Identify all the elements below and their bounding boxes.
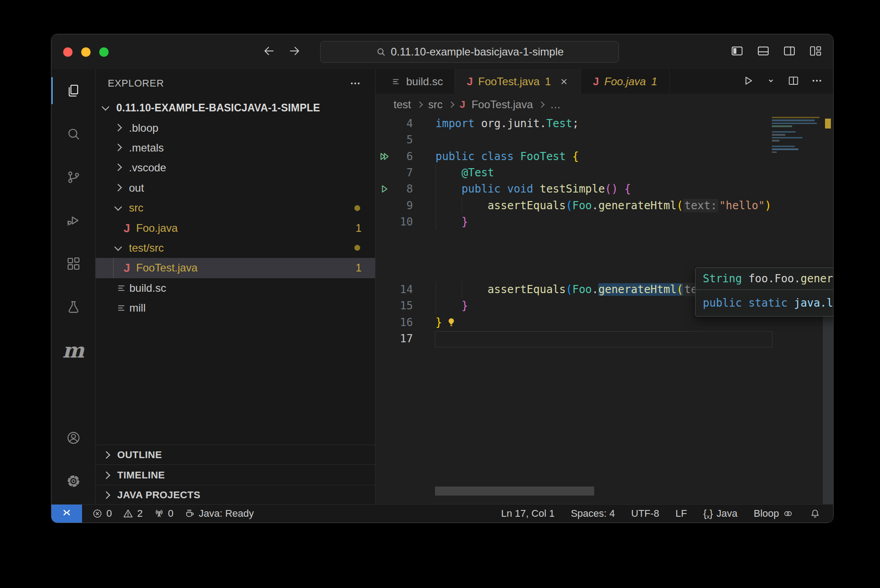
- activity-bar-metals-icon[interactable]: m: [51, 329, 95, 372]
- chevron-down-icon: [115, 203, 122, 211]
- activity-bar-run-and-debug-icon[interactable]: [51, 199, 95, 242]
- code-line-4: 4import org.junit.Test;: [376, 115, 769, 132]
- toggle-secondary-sidebar-icon[interactable]: [783, 44, 796, 60]
- tree-item--bloop[interactable]: .bloop: [96, 118, 375, 138]
- activity-bar-extensions-icon[interactable]: [51, 242, 95, 285]
- tree-item-0-11-10-example-basicjava-1-simple[interactable]: 0.11.10-EXAMPLE-BASICJAVA-1-SIMPLE: [96, 98, 375, 118]
- java-file-icon: J: [593, 75, 599, 88]
- editor-tab-footest-java[interactable]: JFooTest.java1: [455, 69, 581, 94]
- tree-item-label: .vscode: [129, 161, 166, 174]
- tree-item--metals[interactable]: .metals: [96, 138, 375, 158]
- statusbar-item-label: 0: [106, 508, 112, 519]
- tree-item-test-src[interactable]: test/src: [96, 238, 375, 258]
- tree-item--vscode[interactable]: .vscode: [96, 158, 375, 178]
- breadcrumb-item[interactable]: …: [550, 98, 561, 111]
- section-label: OUTLINE: [117, 449, 162, 461]
- section-label: JAVA PROJECTS: [117, 489, 201, 501]
- line-number: 7: [376, 165, 413, 181]
- back-icon[interactable]: [262, 44, 276, 60]
- statusbar-item-label: 2: [137, 508, 142, 519]
- file-tree: 0.11.10-EXAMPLE-BASICJAVA-1-SIMPLE.bloop…: [96, 98, 375, 318]
- activity-bar-search-icon[interactable]: [51, 112, 95, 156]
- sidebar-section-timeline[interactable]: TIMELINE: [96, 464, 375, 485]
- editor-more-actions-icon[interactable]: [811, 74, 823, 89]
- remote-indicator[interactable]: [51, 505, 82, 523]
- more-actions-icon[interactable]: [349, 77, 362, 90]
- editor-tab-foo-java[interactable]: JFoo.java1: [581, 69, 669, 94]
- tree-item-out[interactable]: out: [96, 178, 375, 198]
- code-text: }: [435, 214, 468, 230]
- split-editor-icon[interactable]: [787, 74, 800, 89]
- breadcrumb: testsrcJFooTest.java…: [376, 94, 833, 115]
- sidebar-section-outline[interactable]: OUTLINE: [96, 445, 375, 465]
- tree-item-foo-java[interactable]: JFoo.java1: [96, 218, 375, 238]
- code-text: }: [435, 298, 468, 314]
- statusbar-item-label: Java: [716, 508, 737, 519]
- command-center-search[interactable]: 0.11.10-example-basicjava-1-simple: [320, 41, 619, 63]
- tab-problems-badge: 1: [545, 75, 551, 88]
- tab-label: build.sc: [406, 75, 443, 88]
- statusbar-language-mode[interactable]: {x}Java: [703, 508, 738, 520]
- activity-bar-testing-icon[interactable]: [51, 285, 95, 329]
- statusbar-warning[interactable]: 2: [123, 508, 142, 519]
- problems-count-badge: 1: [356, 222, 362, 234]
- minimap[interactable]: [770, 117, 823, 175]
- code-line-6: 6public class FooTest {: [376, 148, 769, 165]
- statusbar-eol[interactable]: LF: [675, 508, 687, 519]
- tree-item-mill[interactable]: mill: [96, 298, 375, 318]
- toggle-panel-icon[interactable]: [756, 44, 770, 60]
- statusbar-cursor-position[interactable]: Ln 17, Col 1: [501, 508, 555, 519]
- line-number: 8: [376, 181, 413, 197]
- java-file-icon: J: [124, 262, 130, 274]
- error-icon: [92, 508, 103, 519]
- activity-bar-source-control-icon[interactable]: [51, 156, 95, 199]
- tree-item-src[interactable]: src: [96, 198, 375, 218]
- forward-icon[interactable]: [288, 44, 301, 60]
- sidebar-section-java-projects[interactable]: JAVA PROJECTS: [96, 485, 375, 505]
- tab-problems-badge: 1: [651, 75, 657, 88]
- lightbulb-quickfix-icon[interactable]: [445, 317, 457, 328]
- chevron-right-icon: [115, 164, 122, 171]
- tree-item-label: .metals: [129, 142, 164, 154]
- statusbar-item-label: 0: [168, 508, 174, 519]
- rings-icon: [783, 508, 793, 519]
- breadcrumb-item[interactable]: test: [394, 98, 411, 111]
- chevron-right-icon: [115, 143, 122, 151]
- statusbar-error[interactable]: 0: [92, 508, 112, 519]
- activity-bar-accounts-icon[interactable]: [51, 416, 95, 459]
- toggle-primary-sidebar-icon[interactable]: [730, 44, 744, 60]
- breadcrumb-item[interactable]: src: [428, 98, 443, 111]
- statusbar-item-label: LF: [675, 508, 687, 519]
- run-java-icon[interactable]: [741, 74, 755, 89]
- tree-item-footest-java[interactable]: JFooTest.java1: [96, 258, 375, 278]
- tree-indent-guide: [113, 258, 114, 278]
- statusbar-bloop[interactable]: Bloop: [754, 508, 793, 519]
- code-line-5: 5: [376, 132, 769, 148]
- horizontal-scrollbar[interactable]: [435, 487, 594, 496]
- statusbar-notifications[interactable]: [810, 508, 820, 519]
- statusbar-encoding[interactable]: UTF-8: [631, 508, 659, 519]
- minimize-window-button[interactable]: [81, 47, 91, 57]
- activity-bar-explorer-icon[interactable]: [51, 69, 95, 112]
- line-number: 9: [376, 198, 413, 214]
- close-window-button[interactable]: [63, 47, 73, 57]
- code-text: assertEquals(Foo.generateHtml(text:"hell…: [435, 198, 771, 214]
- customize-layout-icon[interactable]: [809, 44, 822, 60]
- chevron-right-icon: [103, 491, 110, 499]
- current-line-highlight: [435, 331, 773, 348]
- tree-item-label: .bloop: [129, 122, 158, 134]
- line-number: 5: [376, 132, 413, 148]
- zoom-window-button[interactable]: [99, 47, 109, 57]
- activity-bar-settings-icon[interactable]: [51, 459, 95, 503]
- sidebar-title: EXPLORER: [108, 78, 164, 89]
- line-number: 6: [376, 148, 413, 165]
- code-line-10: 10 }: [376, 214, 769, 230]
- statusbar-radio-tower[interactable]: 0: [154, 508, 174, 519]
- statusbar-indentation[interactable]: Spaces: 4: [571, 508, 615, 519]
- run-dropdown-chevron-icon[interactable]: [765, 75, 776, 88]
- breadcrumb-item[interactable]: FooTest.java: [472, 98, 533, 111]
- close-tab-icon[interactable]: [559, 77, 569, 87]
- editor-tab-build-sc[interactable]: build.sc: [379, 69, 455, 94]
- tree-item-build-sc[interactable]: build.sc: [96, 278, 375, 298]
- statusbar-coffee[interactable]: Java: Ready: [184, 508, 254, 519]
